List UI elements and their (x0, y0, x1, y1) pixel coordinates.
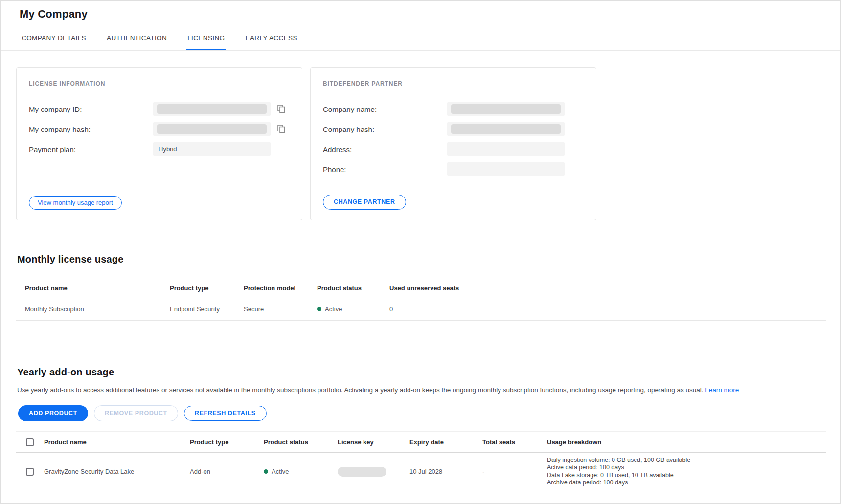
monthly-used-unreserved-seats: 0 (389, 298, 826, 321)
yearly-product-name: GravityZone Security Data Lake (44, 452, 190, 491)
license-information-title: LICENSE INFORMATION (29, 80, 290, 87)
partner-phone-label: Phone: (323, 165, 447, 174)
col-total-seats: Total seats (482, 432, 547, 453)
partner-address-field (447, 142, 565, 156)
col-protection-model: Protection model (244, 278, 317, 298)
usage-breakdown-line: Active data period: 100 days (547, 464, 826, 472)
license-card-actions: View monthly usage report (29, 196, 290, 210)
monthly-license-usage-heading: Monthly license usage (17, 254, 826, 265)
payment-plan-row: Payment plan: Hybrid (29, 142, 290, 156)
col-product-name: Product name (16, 278, 170, 298)
yearly-usage-breakdown: Daily ingestion volume: 0 GB used, 100 G… (547, 452, 826, 491)
partner-phone-field (447, 162, 565, 176)
partner-company-hash-row: Company hash: (323, 122, 584, 136)
col-expiry-date: Expiry date (409, 432, 482, 453)
partner-company-hash-field (447, 122, 565, 136)
company-hash-row: My company hash: (29, 122, 290, 136)
company-id-field (153, 102, 271, 116)
col-product-type: Product type (190, 432, 264, 453)
col-used-unreserved-seats: Used unreserved seats (389, 278, 826, 298)
copy-icon (277, 108, 285, 115)
partner-address-row: Address: (323, 142, 584, 156)
tab-early-access[interactable]: EARLY ACCESS (245, 32, 298, 50)
status-label: Active (325, 306, 342, 313)
row-checkbox[interactable] (26, 468, 34, 476)
add-product-button[interactable]: ADD PRODUCT (18, 405, 88, 421)
bitdefender-partner-title: BITDEFENDER PARTNER (323, 80, 584, 87)
licensing-content: LICENSE INFORMATION My company ID: (1, 51, 840, 491)
active-status-dot-icon (317, 307, 321, 311)
usage-breakdown-line: Data Lake storage: 0 TB used, 10 TB avai… (547, 472, 826, 480)
monthly-license-usage-table: Product name Product type Protection mod… (16, 278, 826, 321)
remove-product-button[interactable]: REMOVE PRODUCT (94, 405, 178, 421)
partner-address-label: Address: (323, 145, 447, 153)
partner-company-name-field (447, 102, 565, 116)
refresh-details-button[interactable]: REFRESH DETAILS (184, 406, 267, 421)
col-product-name: Product name (44, 432, 190, 453)
partner-company-name-redacted-value (451, 104, 561, 114)
copy-company-id-button[interactable] (276, 104, 286, 114)
payment-plan-label: Payment plan: (29, 145, 153, 153)
select-all-cell (16, 432, 44, 453)
yearly-actions-row: ADD PRODUCT REMOVE PRODUCT REFRESH DETAI… (18, 405, 826, 421)
yearly-product-status: Active (264, 452, 338, 491)
col-product-type: Product type (170, 278, 244, 298)
status-label: Active (272, 468, 289, 475)
company-id-redacted-value (157, 104, 267, 114)
payment-plan-field: Hybrid (153, 142, 271, 156)
partner-card-actions: CHANGE PARTNER (323, 195, 584, 210)
yearly-addon-description-text: Use yearly add-ons to access additional … (17, 386, 704, 394)
select-all-checkbox[interactable] (26, 438, 34, 446)
tab-authentication[interactable]: AUTHENTICATION (106, 32, 168, 50)
yearly-product-type: Add-on (190, 452, 264, 491)
col-product-status: Product status (317, 278, 389, 298)
col-license-key: License key (338, 432, 409, 453)
my-company-page: My Company COMPANY DETAILS AUTHENTICATIO… (0, 0, 841, 504)
yearly-table-row[interactable]: GravityZone Security Data Lake Add-on Ac… (16, 452, 826, 491)
company-hash-field (153, 122, 271, 136)
license-key-redacted-value (338, 467, 386, 477)
partner-company-hash-label: Company hash: (323, 125, 447, 133)
yearly-license-key (338, 452, 409, 491)
tab-licensing[interactable]: LICENSING (186, 32, 226, 50)
yearly-addon-usage-heading: Yearly add-on usage (17, 367, 826, 378)
yearly-table-header-row: Product name Product type Product status… (16, 432, 826, 453)
view-monthly-usage-report-button[interactable]: View monthly usage report (29, 196, 122, 210)
monthly-product-type: Endpoint Security (170, 298, 244, 321)
tab-bar: COMPANY DETAILS AUTHENTICATION LICENSING… (20, 32, 821, 50)
partner-company-hash-redacted-value (451, 124, 561, 134)
yearly-expiry-date: 10 Jul 2028 (409, 452, 482, 491)
copy-company-hash-button[interactable] (276, 124, 286, 134)
company-hash-redacted-value (157, 124, 267, 134)
page-header: My Company COMPANY DETAILS AUTHENTICATIO… (1, 1, 840, 50)
payment-plan-value: Hybrid (153, 142, 271, 156)
yearly-addon-usage-table: Product name Product type Product status… (16, 431, 826, 491)
company-id-label: My company ID: (29, 105, 153, 113)
row-select-cell (16, 452, 44, 491)
col-usage-breakdown: Usage breakdown (547, 432, 826, 453)
monthly-table-header-row: Product name Product type Protection mod… (16, 278, 826, 298)
yearly-total-seats: - (482, 452, 547, 491)
usage-breakdown-line: Daily ingestion volume: 0 GB used, 100 G… (547, 457, 826, 464)
col-product-status: Product status (264, 432, 338, 453)
partner-phone-row: Phone: (323, 162, 584, 176)
active-status-dot-icon (264, 469, 268, 474)
monthly-product-name: Monthly Subscription (16, 298, 170, 321)
page-title: My Company (20, 8, 821, 21)
bitdefender-partner-card: BITDEFENDER PARTNER Company name: Compan… (310, 67, 596, 220)
yearly-addon-description: Use yearly add-ons to access additional … (17, 386, 826, 394)
info-cards: LICENSE INFORMATION My company ID: (16, 67, 826, 220)
partner-company-name-row: Company name: (323, 102, 584, 116)
tab-company-details[interactable]: COMPANY DETAILS (21, 32, 87, 50)
company-id-row: My company ID: (29, 102, 290, 116)
company-hash-label: My company hash: (29, 125, 153, 133)
monthly-product-status: Active (317, 298, 389, 321)
monthly-protection-model: Secure (244, 298, 317, 321)
monthly-table-row[interactable]: Monthly Subscription Endpoint Security S… (16, 298, 826, 321)
partner-company-name-label: Company name: (323, 105, 447, 113)
learn-more-link[interactable]: Learn more (705, 386, 739, 394)
change-partner-button[interactable]: CHANGE PARTNER (323, 195, 406, 210)
license-information-card: LICENSE INFORMATION My company ID: (16, 67, 302, 220)
copy-icon (277, 128, 285, 135)
usage-breakdown-line: Archive data period: 100 days (547, 479, 826, 487)
